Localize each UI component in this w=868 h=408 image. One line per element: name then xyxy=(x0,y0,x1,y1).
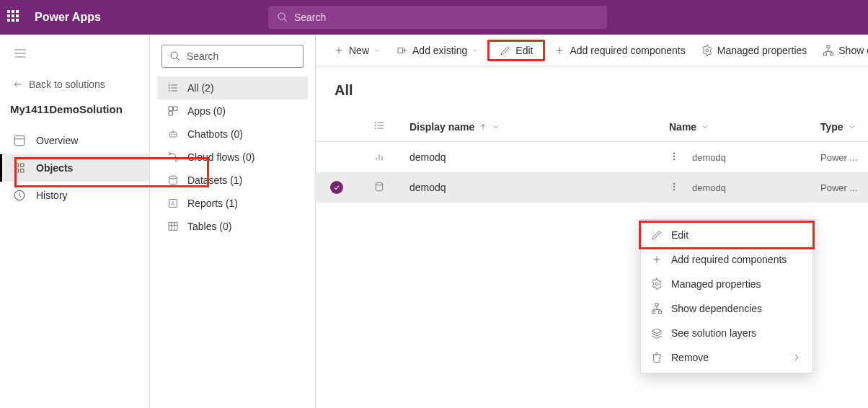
svg-rect-21 xyxy=(169,107,172,110)
chevron-down-icon xyxy=(373,47,381,54)
svg-rect-47 xyxy=(827,45,830,48)
page-title: All xyxy=(316,66,868,112)
svg-point-70 xyxy=(673,186,675,187)
list-icon xyxy=(373,120,385,131)
ctx-remove[interactable]: Remove xyxy=(641,345,812,370)
ctx-managed[interactable]: Managed properties xyxy=(641,272,812,296)
svg-point-68 xyxy=(376,182,382,185)
object-tree: Search All (2) Apps (0) Chatbots (0) Clo… xyxy=(150,35,316,408)
col-display-name[interactable]: Display name xyxy=(409,121,669,133)
chevron-down-icon xyxy=(848,123,856,131)
tree-reports[interactable]: Reports (1) xyxy=(157,192,308,215)
table-row[interactable]: demodq demodq Power ... xyxy=(316,142,868,172)
tree-apps[interactable]: Apps (0) xyxy=(157,99,308,123)
plus-icon xyxy=(333,45,345,56)
tree-label: Reports (1) xyxy=(187,198,238,209)
gear-icon xyxy=(651,278,663,290)
tree-tables[interactable]: Tables (0) xyxy=(157,215,308,238)
chevron-down-icon xyxy=(492,123,500,131)
nav-label: History xyxy=(36,190,68,201)
cmd-edit[interactable]: Edit xyxy=(487,40,545,61)
global-search[interactable]: Search xyxy=(268,6,607,29)
tree-label: Chatbots (0) xyxy=(187,128,243,140)
svg-point-13 xyxy=(171,52,177,58)
gear-icon xyxy=(701,45,713,56)
ctx-label: Add required components xyxy=(671,254,787,265)
chevron-right-icon xyxy=(791,352,802,363)
row-type: Power ... xyxy=(820,152,868,163)
cmd-add-required[interactable]: Add required components xyxy=(546,40,692,61)
hamburger-button[interactable] xyxy=(0,42,149,73)
ctx-edit[interactable]: Edit xyxy=(641,223,812,247)
cmd-new[interactable]: New xyxy=(326,40,388,61)
svg-rect-48 xyxy=(824,53,827,55)
tree-search[interactable]: Search xyxy=(161,45,304,68)
dependency-icon xyxy=(823,45,834,56)
svg-rect-23 xyxy=(169,112,172,115)
plus-icon xyxy=(651,254,663,265)
row-selected-check[interactable] xyxy=(330,181,343,194)
tree-all[interactable]: All (2) xyxy=(157,76,308,99)
ctx-label: See solution layers xyxy=(671,327,756,339)
svg-point-60 xyxy=(375,128,376,128)
nav-overview[interactable]: Overview xyxy=(0,127,149,154)
pencil-icon xyxy=(500,45,511,56)
table-header: Display name Name Type xyxy=(316,112,868,142)
svg-point-26 xyxy=(174,134,174,135)
svg-point-46 xyxy=(706,49,709,52)
list-icon xyxy=(167,82,179,94)
svg-point-28 xyxy=(169,153,171,155)
global-search-placeholder: Search xyxy=(294,12,326,23)
col-name[interactable]: Name xyxy=(669,121,820,133)
report-icon xyxy=(167,198,179,209)
tree-label: All (2) xyxy=(187,82,214,94)
cmd-add-existing[interactable]: Add existing xyxy=(389,40,486,61)
cmd-label: Show de xyxy=(838,45,868,56)
svg-rect-35 xyxy=(169,223,177,231)
ctx-layers[interactable]: See solution layers xyxy=(641,321,812,345)
plus-icon xyxy=(554,45,565,56)
ctx-add-required[interactable]: Add required components xyxy=(641,247,812,272)
svg-point-66 xyxy=(673,156,675,157)
svg-rect-24 xyxy=(169,132,176,137)
tree-search-placeholder: Search xyxy=(187,50,218,62)
overview-icon xyxy=(13,134,26,147)
back-label: Back to solutions xyxy=(29,79,105,90)
row-more-button[interactable] xyxy=(669,182,679,194)
add-existing-icon xyxy=(397,45,408,56)
cmd-label: Managed properties xyxy=(717,45,807,56)
tree-label: Tables (0) xyxy=(187,221,231,232)
svg-rect-75 xyxy=(655,303,658,306)
tree-label: Apps (0) xyxy=(187,105,226,117)
pencil-icon xyxy=(651,229,663,241)
svg-point-67 xyxy=(673,159,675,160)
barchart-icon xyxy=(373,151,385,162)
col-type[interactable]: Type xyxy=(820,121,868,133)
back-to-solutions[interactable]: Back to solutions xyxy=(0,73,149,100)
cmd-label: Edit xyxy=(515,45,533,56)
cmd-managed[interactable]: Managed properties xyxy=(694,40,815,61)
row-type: Power ... xyxy=(820,182,868,193)
ctx-label: Show dependencies xyxy=(671,303,762,314)
search-icon xyxy=(277,12,288,23)
solution-title: My1411DemoSolution xyxy=(0,100,149,127)
svg-rect-22 xyxy=(174,107,177,110)
tree-chatbots[interactable]: Chatbots (0) xyxy=(157,123,308,146)
dataset-icon xyxy=(373,181,385,192)
row-more-button[interactable] xyxy=(669,151,679,164)
trash-icon xyxy=(651,352,663,363)
waffle-icon[interactable] xyxy=(7,10,22,25)
svg-rect-76 xyxy=(652,311,655,313)
table-icon xyxy=(167,221,179,232)
chevron-down-icon xyxy=(471,47,479,54)
nav-label: Overview xyxy=(36,135,78,146)
ctx-show-dep[interactable]: Show dependencies xyxy=(641,296,812,321)
svg-rect-41 xyxy=(398,48,403,53)
table-row[interactable]: demodq demodq Power ... xyxy=(316,172,868,203)
cmd-label: Add existing xyxy=(412,45,467,56)
check-icon xyxy=(333,184,340,191)
cmd-show-dep[interactable]: Show de xyxy=(815,40,868,61)
cmd-label: New xyxy=(349,45,369,56)
ctx-label: Managed properties xyxy=(671,278,761,290)
svg-point-65 xyxy=(673,152,675,154)
